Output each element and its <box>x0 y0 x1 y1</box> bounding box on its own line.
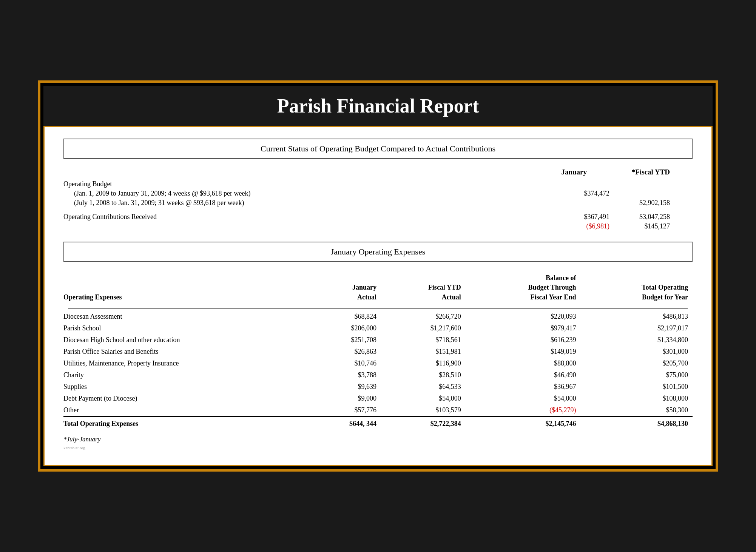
expense-label-5: Charity <box>63 369 308 381</box>
expense-jan-2: $251,708 <box>308 334 381 346</box>
expense-ytd-1: $1,217,600 <box>381 322 466 334</box>
contributions-values-2: ($6,981) $145,127 <box>572 222 693 230</box>
expense-jan-5: $3,788 <box>308 369 381 381</box>
budget-row-contributions: Operating Contributions Received $367,49… <box>63 213 693 221</box>
jan-budget-label: (Jan. 1, 2009 to January 31, 2009; 4 wee… <box>63 190 572 197</box>
expense-jan-6: $9,639 <box>308 381 381 393</box>
expense-balance-5: $46,490 <box>466 369 581 381</box>
ytd-col-header: *Fiscal YTD <box>609 168 670 176</box>
status-box-title: Current Status of Operating Budget Compa… <box>261 144 495 153</box>
expense-label-2: Diocesan High School and other education <box>63 334 308 346</box>
expense-balance-8: ($45,279) <box>466 404 581 416</box>
title-bar: Parish Financial Report <box>43 86 713 126</box>
th-total-budget: Total Operating Budget for Year <box>580 271 693 306</box>
expense-ytd-8: $103,579 <box>381 404 466 416</box>
total-jan: $644, 344 <box>308 416 381 430</box>
expense-jan-7: $9,000 <box>308 393 381 404</box>
expense-label-7: Debt Payment (to Diocese) <box>63 393 308 404</box>
total-budget: $4,868,130 <box>580 416 693 430</box>
th-label: Operating Expenses <box>63 271 308 306</box>
expenses-row-3: Parish Office Salaries and Benefits$26,8… <box>63 346 693 358</box>
budget-row-july: (July 1, 2008 to Jan. 31, 2009; 31 weeks… <box>63 199 693 207</box>
th-balance: Balance of Budget Through Fiscal Year En… <box>466 271 581 306</box>
expense-balance-4: $88,800 <box>466 358 581 369</box>
expense-jan-1: $206,000 <box>308 322 381 334</box>
expense-total-4: $205,700 <box>580 358 693 369</box>
expense-label-0: Diocesan Assessment <box>63 311 308 322</box>
total-row: Total Operating Expenses$644, 344$2,722,… <box>63 416 693 430</box>
contributions-values-1: $367,491 $3,047,258 <box>572 213 693 221</box>
expenses-row-0: Diocesan Assessment$68,824$266,720$220,0… <box>63 311 693 322</box>
july-budget-values: $2,902,158 <box>572 199 693 207</box>
expenses-row-6: Supplies$9,639$64,533$36,967$101,500 <box>63 381 693 393</box>
expense-total-2: $1,334,800 <box>580 334 693 346</box>
expenses-row-2: Diocesan High School and other education… <box>63 334 693 346</box>
expense-balance-0: $220,093 <box>466 311 581 322</box>
expense-balance-7: $54,000 <box>466 393 581 404</box>
expense-balance-3: $149,019 <box>466 346 581 358</box>
budget-row-contributions-2: ($6,981) $145,127 <box>63 222 693 230</box>
expenses-header-row: Operating Expenses January Actual Fiscal… <box>63 271 693 306</box>
expense-label-1: Parish School <box>63 322 308 334</box>
expense-ytd-6: $64,533 <box>381 381 466 393</box>
inner-container: Current Status of Operating Budget Compa… <box>43 126 713 466</box>
expense-total-3: $301,000 <box>580 346 693 358</box>
expenses-box-title: January Operating Expenses <box>331 247 425 256</box>
total-balance: $2,145,746 <box>466 416 581 430</box>
expense-balance-2: $616,239 <box>466 334 581 346</box>
contrib-ytd-val: $3,047,258 <box>632 213 693 221</box>
expense-balance-1: $979,417 <box>466 322 581 334</box>
expenses-box: January Operating Expenses <box>63 242 693 262</box>
watermark: kentablet.org <box>63 446 693 450</box>
contributions-group: Operating Contributions Received $367,49… <box>63 213 693 230</box>
expense-ytd-4: $116,900 <box>381 358 466 369</box>
jan-budget-jan-val: $374,472 <box>572 190 632 197</box>
contrib-jan-diff: ($6,981) <box>572 222 632 230</box>
th-fiscal-ytd: Fiscal YTD Actual <box>381 271 466 306</box>
expense-ytd-7: $54,000 <box>381 393 466 404</box>
expense-ytd-2: $718,561 <box>381 334 466 346</box>
expense-total-8: $58,300 <box>580 404 693 416</box>
page-title: Parish Financial Report <box>59 95 697 117</box>
th-jan-actual: January Actual <box>308 271 381 306</box>
contrib-jan-val: $367,491 <box>572 213 632 221</box>
expenses-section: January Operating Expenses Operating Exp… <box>63 242 693 450</box>
expense-ytd-0: $266,720 <box>381 311 466 322</box>
expense-label-6: Supplies <box>63 381 308 393</box>
top-section: Current Status of Operating Budget Compa… <box>63 139 693 230</box>
jan-col-header: January <box>526 168 587 176</box>
total-label: Total Operating Expenses <box>63 416 308 430</box>
outer-container: Parish Financial Report Current Status o… <box>38 80 718 472</box>
expenses-row-4: Utilities, Maintenance, Property Insuran… <box>63 358 693 369</box>
expense-jan-8: $57,776 <box>308 404 381 416</box>
expenses-row-8: Other$57,776$103,579($45,279)$58,300 <box>63 404 693 416</box>
jan-budget-ytd-val <box>632 190 693 197</box>
expense-jan-0: $68,824 <box>308 311 381 322</box>
expenses-row-5: Charity$3,788$28,510$46,490$75,000 <box>63 369 693 381</box>
expense-label-8: Other <box>63 404 308 416</box>
expense-total-6: $101,500 <box>580 381 693 393</box>
budget-row-jan: (Jan. 1, 2009 to January 31, 2009; 4 wee… <box>63 190 693 197</box>
expense-jan-3: $26,863 <box>308 346 381 358</box>
july-budget-ytd-val: $2,902,158 <box>632 199 693 207</box>
expenses-table: Operating Expenses January Actual Fiscal… <box>63 271 693 430</box>
expenses-row-7: Debt Payment (to Diocese)$9,000$54,000$5… <box>63 393 693 404</box>
total-ytd: $2,722,384 <box>381 416 466 430</box>
expense-total-0: $486,813 <box>580 311 693 322</box>
budget-row-operating: Operating Budget <box>63 180 693 188</box>
expenses-row-1: Parish School$206,000$1,217,600$979,417$… <box>63 322 693 334</box>
expense-total-1: $2,197,017 <box>580 322 693 334</box>
expense-ytd-5: $28,510 <box>381 369 466 381</box>
jan-budget-values: $374,472 <box>572 190 693 197</box>
july-budget-label: (July 1, 2008 to Jan. 31, 2009; 31 weeks… <box>63 199 572 207</box>
budget-rows: Operating Budget (Jan. 1, 2009 to Januar… <box>63 180 693 230</box>
expense-label-3: Parish Office Salaries and Benefits <box>63 346 308 358</box>
expense-balance-6: $36,967 <box>466 381 581 393</box>
top-col-headers: January *Fiscal YTD <box>63 168 693 176</box>
footnote: *July-January <box>63 436 693 443</box>
expense-label-4: Utilities, Maintenance, Property Insuran… <box>63 358 308 369</box>
expense-total-5: $75,000 <box>580 369 693 381</box>
expense-jan-4: $10,746 <box>308 358 381 369</box>
expense-total-7: $108,000 <box>580 393 693 404</box>
status-box: Current Status of Operating Budget Compa… <box>63 139 693 159</box>
